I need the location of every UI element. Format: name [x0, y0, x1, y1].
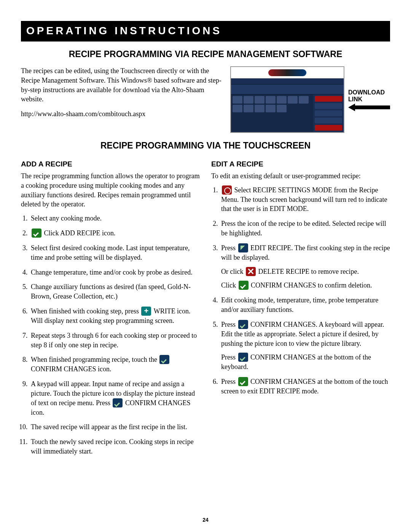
confirm-changes-icon: [159, 355, 169, 364]
recipe-settings-icon: [222, 185, 232, 195]
page-banner: OPERATING INSTRUCTIONS: [21, 21, 390, 42]
add-recipe-column: ADD A RECIPE The recipe programming func…: [21, 158, 200, 462]
intro-text-block: The recipes can be edited, using the Tou…: [21, 66, 223, 124]
edit-step-5: Press CONFIRM CHANGES. A keyboard will a…: [220, 320, 390, 372]
edit-recipe-heading: EDIT A RECIPE: [211, 160, 390, 168]
add-step-2: Click ADD RECIPE icon.: [29, 228, 200, 238]
confirm-changes-icon: [238, 320, 248, 329]
edit-recipe-column: EDIT A RECIPE To edit an existing defaul…: [211, 158, 390, 462]
section-title-software: RECIPE PROGRAMMING VIA RECIPE MANAGEMENT…: [21, 49, 390, 59]
add-step-8: When finished programming recipe, touch …: [29, 355, 200, 374]
download-label-line2: LINK: [348, 96, 362, 102]
add-recipe-heading: ADD A RECIPE: [21, 160, 200, 168]
add-recipe-intro: The recipe programming function allows t…: [21, 171, 200, 209]
page-number: 24: [0, 517, 411, 523]
edit-recipe-icon: [238, 243, 248, 252]
confirm-changes-icon: [238, 353, 248, 362]
add-step-4: Change temperature, time and/or cook by …: [29, 268, 200, 277]
section-title-touchscreen: RECIPE PROGRAMMING VIA THE TOUCHSCREEN: [21, 141, 390, 151]
add-step-6: When finished with cooking step, press W…: [29, 307, 200, 326]
edit-step-4: Edit cooking mode, temperature, time, pr…: [220, 296, 390, 315]
edit-step-3: Press EDIT RECIPE. The first cooking ste…: [220, 243, 390, 290]
add-step-1: Select any cooking mode.: [29, 214, 200, 223]
download-label-line1: DOWNLOAD: [348, 89, 385, 96]
confirm-changes-icon: [238, 377, 248, 386]
intro-paragraph: The recipes can be edited, using the Tou…: [21, 66, 223, 104]
download-callout: DOWNLOAD LINK: [348, 89, 390, 110]
add-step-9: A keypad will appear. Input name of reci…: [29, 379, 200, 417]
add-step-11: Touch the newly saved recipe icon. Cooki…: [29, 437, 200, 456]
arrow-left-icon: [348, 105, 390, 110]
alto-shaam-logo: [268, 69, 306, 76]
edit-step-2: Press the icon of the recipe to be edite…: [220, 219, 390, 238]
website-screenshot: [230, 66, 344, 133]
edit-step-6: Press CONFIRM CHANGES at the bottom of t…: [220, 377, 390, 396]
add-step-7: Repeat steps 3 through 6 for each cookin…: [29, 331, 200, 350]
edit-recipe-intro: To edit an existing default or user-prog…: [211, 171, 390, 181]
confirm-changes-icon: [239, 281, 249, 290]
edit-step-1: Select RECIPE SETTINGS MODE from the Rec…: [220, 185, 390, 214]
intro-url: http://www.alto-shaam.com/combitouch.asp…: [21, 109, 223, 119]
add-step-10: The saved recipe will appear as the firs…: [29, 422, 200, 432]
confirm-changes-icon: [113, 398, 123, 407]
add-recipe-icon: [32, 228, 41, 238]
add-step-5: Change auxiliary functions as desired (f…: [29, 282, 200, 301]
add-step-3: Select first desired cooking mode. Last …: [29, 243, 200, 262]
write-icon: [141, 307, 151, 316]
delete-recipe-icon: [246, 267, 256, 276]
